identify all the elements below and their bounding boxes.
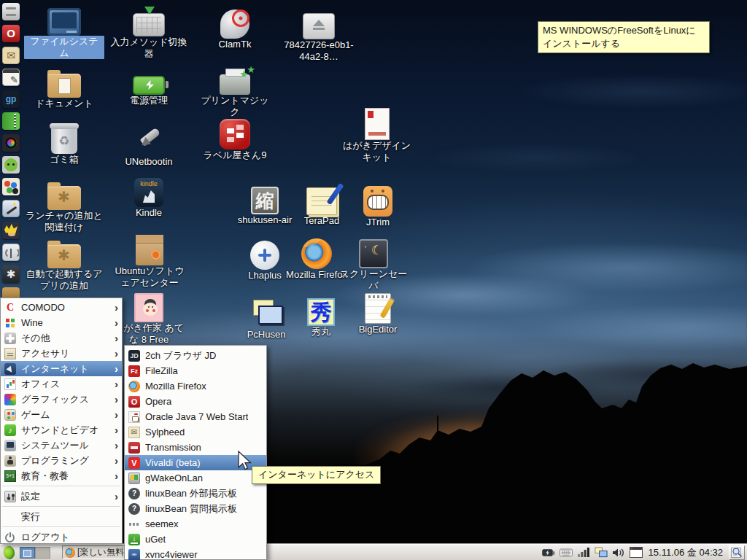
menu-item-comodo[interactable]: COMODO <box>1 300 122 315</box>
menu-item-education[interactable]: 教育・教養 <box>1 468 122 483</box>
camera-lens-icon[interactable] <box>2 134 20 152</box>
rocket-icon <box>131 121 166 156</box>
folder-gear-icon <box>47 244 81 268</box>
office-icon <box>4 378 16 390</box>
submenu-item-firefox[interactable]: Mozilla Firefox <box>125 378 266 394</box>
desktop-icon-jtrim[interactable]: JTrim <box>343 184 413 228</box>
desktop-icon-launcher-add[interactable]: ランチャの追加と関連付け <box>24 178 104 233</box>
paint-icon[interactable] <box>2 178 20 195</box>
sound-video-icon <box>4 424 16 436</box>
menu-item-sound-video[interactable]: サウンドとビデオ <box>1 422 122 438</box>
submenu-item-sylpheed[interactable]: Sylpheed <box>125 424 266 440</box>
menu-item-wine[interactable]: Wine <box>1 315 122 330</box>
notepad-icon[interactable] <box>2 69 20 86</box>
menu-item-logout[interactable]: ログアウト <box>1 529 122 545</box>
desktop-icon-print-magic[interactable]: プリントマジック <box>195 63 275 118</box>
menu-item-other[interactable]: その他 <box>1 330 122 346</box>
system-tray: 15.11.06 金 04:32 <box>542 545 745 560</box>
desktop-icon-documents[interactable]: ドキュメント <box>24 66 104 109</box>
menu-item-games[interactable]: ゲーム <box>1 407 122 422</box>
desktop-icon-label-ya-9[interactable]: ラベル屋さん9 <box>195 117 275 161</box>
desktop-icon-kindle[interactable]: Kindle <box>109 175 189 219</box>
window-tray-icon[interactable] <box>630 547 643 559</box>
submenu-arrow-icon <box>115 440 118 451</box>
desktop[interactable]: ファイルシステム 入力メソッド切換器 ClamTk 78427726-e0b1-… <box>0 0 747 560</box>
menu-item-settings[interactable]: 設定 <box>1 489 122 504</box>
keyboard-tray-icon[interactable] <box>560 547 573 559</box>
submenu-item-seemex[interactable]: seemex <box>125 516 266 532</box>
menu-item-internet[interactable]: インターネット <box>1 361 122 376</box>
green-book-icon[interactable] <box>2 112 20 130</box>
battery-tray-icon[interactable] <box>542 547 555 559</box>
submenu-item-opera[interactable]: Opera <box>125 394 266 409</box>
desktop-icon-unetbootin[interactable]: UNetbootin <box>109 121 189 168</box>
clock[interactable]: 15.11.06 金 04:32 <box>649 546 723 559</box>
network-monitors-tray-icon[interactable] <box>595 547 608 559</box>
clamtk-icon <box>220 9 249 39</box>
opera-icon <box>128 396 140 408</box>
menu-button[interactable] <box>2 545 17 560</box>
kindle-icon <box>134 178 163 207</box>
firefox-icon <box>65 548 75 558</box>
comic-character-icon[interactable] <box>2 222 20 239</box>
bean-icon <box>2 545 17 560</box>
desktop-icon-file-system[interactable]: ファイルシステム <box>24 4 104 59</box>
mail-icon[interactable] <box>2 47 20 64</box>
girl-face-icon <box>134 293 163 322</box>
submenu-arrow-icon <box>115 317 118 329</box>
partial-hidden-icon[interactable] <box>2 287 20 298</box>
firefox-icon <box>301 238 332 269</box>
submenu-arrow-icon <box>115 409 118 421</box>
opera-icon[interactable] <box>2 25 20 42</box>
jtrim-icon <box>363 186 392 217</box>
sticky-notes-icon <box>249 300 284 329</box>
workspace-2[interactable] <box>35 547 50 559</box>
signal-strength-tray-icon[interactable] <box>577 547 590 559</box>
desktop-icon-screensaver[interactable]: スクリーンセーバ <box>337 236 410 292</box>
file-cabinet-icon[interactable] <box>2 3 20 20</box>
screensaver-icon <box>359 239 388 268</box>
desktop-icon-bigeditor[interactable]: BigEditor <box>343 292 413 335</box>
task-button-firefox[interactable]: [楽しい無料 <box>62 545 127 559</box>
shukusen-icon <box>251 187 279 214</box>
notepad-pencil-icon <box>365 293 391 324</box>
antenna-icon[interactable] <box>2 244 20 261</box>
desktop-icon-volume-78427726[interactable]: 78427726-e0b1-44a2-8… <box>282 7 355 63</box>
workspace-1[interactable] <box>20 547 35 559</box>
menu-item-programming[interactable]: プログラミング <box>1 453 122 468</box>
green-monster-icon[interactable] <box>2 156 20 174</box>
submenu-item-jd[interactable]: 2ch ブラウザ JD <box>125 348 266 363</box>
menu-item-accessories[interactable]: アクセサリ <box>1 346 122 361</box>
desktop-icon-autostart-apps[interactable]: 自動で起動するアプリの追加 <box>24 236 104 292</box>
internet-access-tooltip: インターネットにアクセス <box>252 466 381 484</box>
volume-tray-icon[interactable] <box>612 547 625 559</box>
magnifier-button[interactable] <box>729 545 745 560</box>
menu-item-system-tools[interactable]: システムツール <box>1 438 122 453</box>
gear-icon[interactable] <box>2 265 20 283</box>
submenu-item-gwakeonlan[interactable]: gWakeOnLan <box>125 470 266 486</box>
submenu-item-java-webstart[interactable]: Oracle Java 7 Web Start <box>125 409 266 424</box>
desktop-icon-power-management[interactable]: 電源管理 <box>109 66 189 106</box>
desktop-icon-software-center[interactable]: Ubuntuソフトウェアセンター <box>109 233 190 289</box>
submenu-item-linuxbean-shitsumon-board[interactable]: linuxBean 質問掲示板 <box>125 501 266 516</box>
menu-item-graphics[interactable]: グラフィックス <box>1 392 122 407</box>
workspace-pager[interactable] <box>20 547 50 559</box>
desktop-icon-input-method[interactable]: 入力メソッド切換器 <box>109 4 189 60</box>
vnc-icon <box>128 549 140 560</box>
main-menu: COMODO Wine その他 アクセサリ インターネット オフィス <box>0 298 123 544</box>
submenu-item-xvnc4viewer[interactable]: xvnc4viewer <box>125 547 266 560</box>
submenu-item-linuxbean-gaibu-board[interactable]: linuxBean 外部掲示板 <box>125 486 266 501</box>
desktop-icon-hagaki-design-kit[interactable]: はがきデザインキット <box>338 106 415 163</box>
desktop-icon-trash[interactable]: ゴミ箱 <box>24 121 104 166</box>
accessories-icon <box>4 348 16 359</box>
desktop-icon-clamtk[interactable]: ClamTk <box>198 6 271 50</box>
submenu-item-uget[interactable]: uGet <box>125 532 266 547</box>
image-viewer-icon[interactable] <box>2 200 20 217</box>
submenu-item-filezilla[interactable]: FileZilla <box>125 363 266 378</box>
gp-app-icon[interactable] <box>2 90 20 108</box>
menu-item-office[interactable]: オフィス <box>1 376 122 392</box>
submenu-arrow-icon <box>115 470 118 482</box>
logout-power-icon <box>5 533 15 542</box>
hidemaru-icon <box>307 298 335 326</box>
menu-item-run[interactable]: 実行 <box>1 509 122 524</box>
